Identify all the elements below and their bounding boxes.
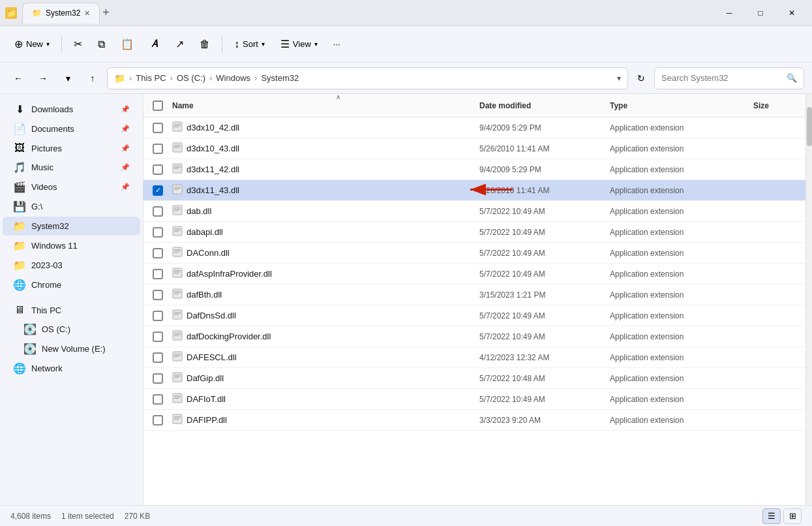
sidebar-item-downloads[interactable]: ⬇ Downloads 📌	[3, 100, 140, 119]
col-header-type[interactable]: Type	[607, 101, 751, 110]
close-tab-button[interactable]: ✕	[84, 9, 90, 18]
address-crumb-thispc[interactable]: This PC	[136, 73, 166, 83]
table-row[interactable]: ✓d3dx11_43.dll 5/26/2010 11:41 AMApplica…	[143, 180, 805, 201]
copy-button[interactable]: ⧉	[91, 32, 112, 57]
search-input[interactable]	[661, 73, 783, 83]
table-row[interactable]: DAConn.dll5/7/2022 10:49 AMApplication e…	[143, 243, 805, 264]
sidebar-item-pictures[interactable]: 🖼 Pictures 📌	[3, 139, 140, 157]
row-checkbox[interactable]	[146, 269, 170, 279]
file-list: ∧ Name Date modified Type Size d3dx10_42…	[143, 94, 805, 505]
col-header-size[interactable]: Size	[751, 101, 803, 110]
table-row[interactable]: DafGip.dll5/7/2022 10:48 AMApplication e…	[143, 368, 805, 389]
col-header-name[interactable]: Name	[170, 101, 477, 110]
row-checkbox[interactable]	[146, 123, 170, 133]
select-all-checkbox[interactable]	[146, 101, 170, 111]
address-dropdown-button[interactable]: ▾	[617, 74, 621, 83]
close-window-button[interactable]: ✕	[777, 3, 807, 23]
sidebar-item-network[interactable]: 🌐 Network	[3, 359, 140, 378]
table-row[interactable]: d3dx10_43.dll5/26/2010 11:41 AMApplicati…	[143, 138, 805, 159]
grid-view-button[interactable]: ⊞	[783, 508, 802, 524]
share-button[interactable]: ↗	[169, 32, 190, 57]
checkbox[interactable]	[153, 123, 163, 133]
row-checkbox[interactable]: ✓	[146, 185, 170, 196]
paste-button[interactable]: 📋	[114, 32, 140, 57]
table-row[interactable]: DAFIPP.dll3/3/2023 9:20 AMApplication ex…	[143, 410, 805, 431]
vertical-scrollbar[interactable]	[805, 94, 812, 505]
checkbox[interactable]	[153, 144, 163, 154]
sidebar-item-chrome[interactable]: 🌐 Chrome	[3, 275, 140, 294]
up-button[interactable]: ↑	[82, 68, 103, 89]
checkbox[interactable]	[153, 415, 163, 425]
row-checkbox[interactable]	[146, 373, 170, 384]
maximize-button[interactable]: □	[745, 3, 775, 23]
checkbox[interactable]	[153, 373, 163, 384]
search-box[interactable]: 🔍	[654, 67, 804, 89]
address-crumb-windows[interactable]: Windows	[216, 73, 250, 83]
row-checkbox[interactable]	[146, 227, 170, 238]
back-button[interactable]: ←	[8, 68, 29, 89]
sidebar-item-thispc[interactable]: 🖥 This PC	[3, 301, 140, 319]
table-row[interactable]: DAFESCL.dll4/12/2023 12:32 AMApplication…	[143, 347, 805, 368]
table-row[interactable]: d3dx10_42.dll9/4/2009 5:29 PMApplication…	[143, 117, 805, 138]
checkbox[interactable]	[153, 311, 163, 321]
checkbox[interactable]	[153, 352, 163, 363]
table-row[interactable]: DafDnsSd.dll5/7/2022 10:49 AMApplication…	[143, 305, 805, 326]
sidebar-item-os-c[interactable]: 💽 OS (C:)	[3, 320, 140, 339]
sidebar-item-documents[interactable]: 📄 Documents 📌	[3, 119, 140, 138]
row-checkbox[interactable]	[146, 352, 170, 363]
sidebar-item-2023-03[interactable]: 📁 2023-03	[3, 256, 140, 275]
new-button[interactable]: ⊕ New ▾	[8, 32, 56, 57]
row-checkbox[interactable]	[146, 415, 170, 425]
table-row[interactable]: DAFIoT.dll5/7/2022 10:49 AMApplication e…	[143, 389, 805, 410]
rename-button[interactable]: Ａ	[143, 32, 166, 57]
cut-button[interactable]: ✂	[67, 32, 89, 57]
row-checkbox[interactable]	[146, 248, 170, 258]
sidebar-item-new-volume[interactable]: 💽 New Volume (E:)	[3, 339, 140, 358]
tab-system32[interactable]: 📁 System32 ✕	[22, 3, 100, 23]
sidebar-item-windows11[interactable]: 📁 Windows 11	[3, 236, 140, 255]
view-button[interactable]: ☰ View ▾	[274, 32, 324, 57]
checkbox[interactable]	[153, 269, 163, 279]
forward-button[interactable]: →	[33, 68, 53, 89]
row-checkbox[interactable]	[146, 164, 170, 175]
col-header-date[interactable]: Date modified	[477, 101, 607, 110]
header-checkbox[interactable]	[153, 101, 163, 111]
add-tab-button[interactable]: +	[102, 6, 110, 20]
minimize-button[interactable]: ─	[714, 3, 744, 23]
checkbox[interactable]	[153, 290, 163, 300]
table-row[interactable]: dabapi.dll5/7/2022 10:49 AMApplication e…	[143, 222, 805, 243]
checkbox[interactable]: ✓	[153, 185, 163, 196]
row-checkbox[interactable]	[146, 311, 170, 321]
list-view-button[interactable]: ☰	[762, 508, 781, 524]
delete-button[interactable]: 🗑	[193, 32, 217, 57]
checkbox[interactable]	[153, 164, 163, 175]
checkbox[interactable]	[153, 248, 163, 258]
table-row[interactable]: dafAspInfraProvider.dll5/7/2022 10:49 AM…	[143, 264, 805, 285]
row-checkbox[interactable]	[146, 290, 170, 300]
address-bar[interactable]: 📁 › This PC › OS (C:) › Windows › System…	[107, 67, 628, 89]
table-row[interactable]: dafDockingProvider.dll5/7/2022 10:49 AMA…	[143, 326, 805, 347]
svg-rect-61	[174, 419, 179, 420]
checkbox[interactable]	[153, 206, 163, 217]
sidebar-item-music[interactable]: 🎵 Music 📌	[3, 158, 140, 177]
address-crumb-system32[interactable]: System32	[261, 73, 299, 83]
checkbox[interactable]	[153, 227, 163, 238]
sidebar-item-system32[interactable]: 📁 System32	[3, 217, 140, 236]
address-crumb-osc[interactable]: OS (C:)	[177, 73, 205, 83]
refresh-button[interactable]: ↻	[632, 69, 650, 87]
sort-button[interactable]: ↕ Sort ▾	[228, 32, 271, 57]
table-row[interactable]: dafBth.dll3/15/2023 1:21 PMApplication e…	[143, 285, 805, 305]
row-checkbox[interactable]	[146, 144, 170, 154]
row-checkbox[interactable]	[146, 206, 170, 217]
checkbox[interactable]	[153, 332, 163, 342]
more-button[interactable]: ···	[327, 32, 347, 57]
row-checkbox[interactable]	[146, 394, 170, 405]
scroll-thumb[interactable]	[807, 107, 812, 146]
sidebar-item-videos[interactable]: 🎬 Videos 📌	[3, 178, 140, 196]
dropdown-history-button[interactable]: ▾	[57, 68, 78, 89]
row-checkbox[interactable]	[146, 332, 170, 342]
table-row[interactable]: d3dx11_42.dll9/4/2009 5:29 PMApplication…	[143, 159, 805, 180]
checkbox[interactable]	[153, 394, 163, 405]
table-row[interactable]: dab.dll5/7/2022 10:49 AMApplication exte…	[143, 201, 805, 222]
sidebar-item-gdrive[interactable]: 💾 G:\	[3, 197, 140, 216]
